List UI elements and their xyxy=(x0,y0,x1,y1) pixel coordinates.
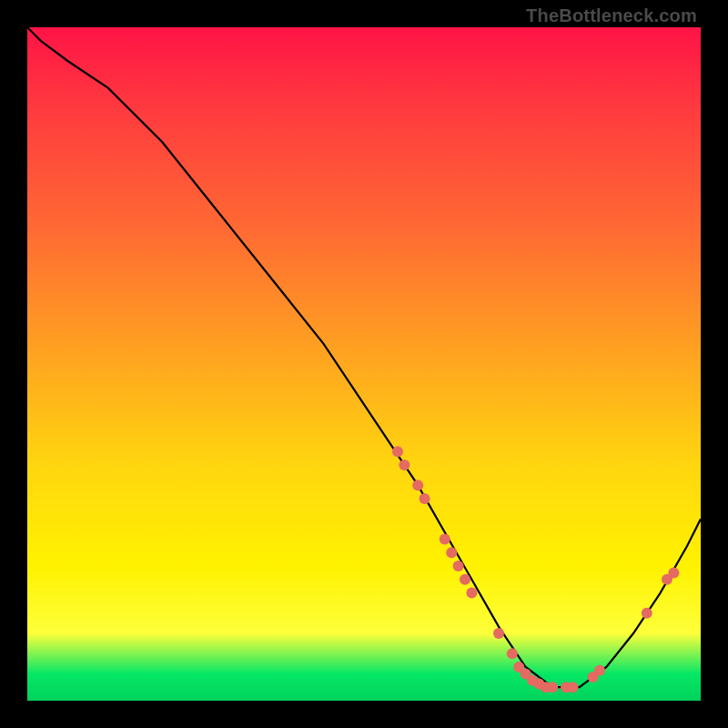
marker-point xyxy=(453,561,464,571)
marker-point xyxy=(466,588,477,599)
marker-point xyxy=(440,533,450,544)
marker-point xyxy=(460,574,470,585)
marker-point xyxy=(547,682,558,693)
marker-point xyxy=(392,446,403,457)
highlighted-points xyxy=(392,446,679,693)
plot-area xyxy=(27,27,701,701)
marker-point xyxy=(594,665,605,676)
marker-point xyxy=(420,493,430,504)
curve-overlay xyxy=(27,27,701,701)
attribution-text: TheBottleneck.com xyxy=(526,5,697,26)
marker-point xyxy=(642,608,652,619)
marker-point xyxy=(399,460,410,470)
marker-point xyxy=(567,682,578,693)
bottleneck-curve xyxy=(27,27,701,687)
marker-point xyxy=(446,547,457,558)
marker-point xyxy=(412,480,423,490)
chart-container: TheBottleneck.com xyxy=(0,0,728,728)
marker-point xyxy=(507,648,518,659)
marker-point xyxy=(493,628,504,639)
marker-point xyxy=(668,567,679,578)
